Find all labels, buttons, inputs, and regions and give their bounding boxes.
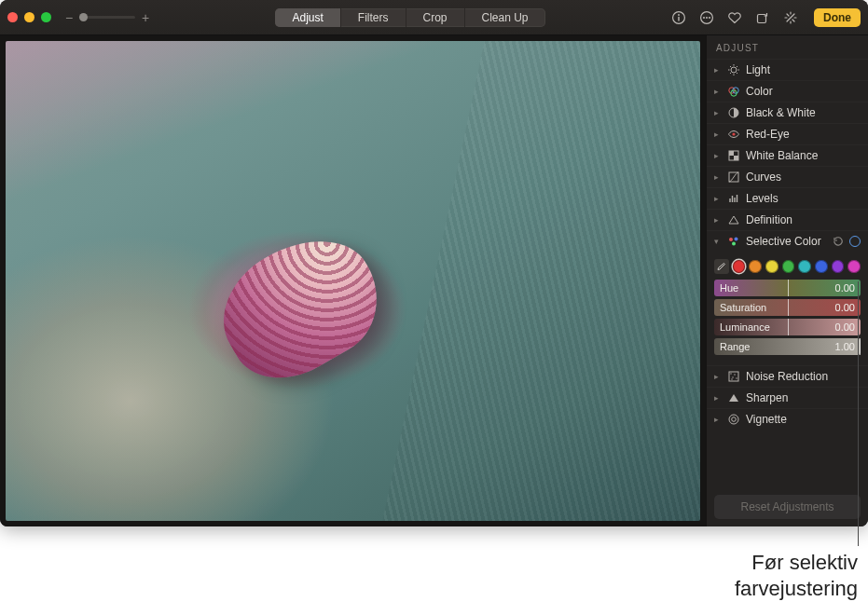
swatch-red[interactable] xyxy=(733,260,746,273)
selective-color-icon xyxy=(727,235,740,248)
svg-point-1 xyxy=(678,14,680,16)
main-area: ADJUST ▸ Light ▸ Color ▸ xyxy=(0,35,868,526)
slider-value: 0.00 xyxy=(835,282,855,294)
zoom-window-button[interactable] xyxy=(41,12,51,22)
section-label: Selective Color xyxy=(746,235,827,248)
saturation-slider[interactable]: Saturation 0.00 xyxy=(714,299,861,316)
callout-line xyxy=(858,281,859,546)
curves-icon xyxy=(727,171,740,184)
selective-color-controls: Hue 0.00 Saturation 0.00 Luminance 0.00 … xyxy=(707,252,868,365)
slider-value: 0.00 xyxy=(835,302,855,313)
chevron-right-icon: ▸ xyxy=(714,65,722,75)
svg-point-19 xyxy=(735,238,738,241)
swatch-magenta[interactable] xyxy=(847,260,861,273)
adjust-section-sharpen[interactable]: ▸ Sharpen xyxy=(707,387,868,408)
svg-point-22 xyxy=(730,373,731,374)
auto-enhance-icon[interactable] xyxy=(782,9,799,26)
tab-adjust[interactable]: Adjust xyxy=(275,8,340,27)
close-window-button[interactable] xyxy=(7,12,18,22)
svg-point-26 xyxy=(731,378,732,379)
tab-filters[interactable]: Filters xyxy=(341,8,406,27)
swatch-orange[interactable] xyxy=(749,260,762,273)
svg-point-23 xyxy=(734,374,735,375)
rotate-icon[interactable] xyxy=(754,9,771,26)
section-label: Color xyxy=(746,85,861,98)
chevron-right-icon: ▸ xyxy=(714,215,722,225)
slider-label: Luminance xyxy=(720,321,835,333)
levels-icon xyxy=(727,192,740,205)
adjust-section-selective-color[interactable]: ▾ Selective Color xyxy=(707,230,868,252)
halfcircle-icon xyxy=(727,106,740,119)
more-icon[interactable] xyxy=(698,9,715,26)
zoom-in-icon: + xyxy=(141,10,150,25)
adjust-section-color[interactable]: ▸ Color xyxy=(707,80,868,102)
toolbar-actions: Done xyxy=(670,8,861,27)
slider-label: Hue xyxy=(720,282,835,294)
edited-photo xyxy=(6,41,700,521)
window-controls xyxy=(7,12,51,22)
slider-value: 0.00 xyxy=(835,321,855,333)
svg-rect-16 xyxy=(734,156,738,160)
info-icon[interactable] xyxy=(670,9,687,26)
adjust-section-definition[interactable]: ▸ Definition xyxy=(707,209,868,230)
edit-mode-tabs: Adjust Filters Crop Clean Up xyxy=(275,8,544,27)
vignette-icon xyxy=(727,413,740,426)
range-slider[interactable]: Range 1.00 xyxy=(714,338,861,355)
chevron-right-icon: ▸ xyxy=(714,108,722,117)
adjust-section-noise[interactable]: ▸ Noise Reduction xyxy=(707,365,868,387)
svg-point-8 xyxy=(731,67,737,73)
adjust-section-whitebalance[interactable]: ▸ White Balance xyxy=(707,144,868,166)
svg-rect-15 xyxy=(729,151,734,156)
adjust-section-bw[interactable]: ▸ Black & White xyxy=(707,102,868,123)
slider-label: Range xyxy=(720,341,835,352)
color-swatches xyxy=(714,259,861,274)
eye-icon xyxy=(727,128,740,141)
whitebalance-icon xyxy=(727,149,740,162)
adjust-section-levels[interactable]: ▸ Levels xyxy=(707,187,868,209)
swatch-blue[interactable] xyxy=(815,260,828,273)
chevron-right-icon: ▸ xyxy=(714,87,722,96)
hue-slider[interactable]: Hue 0.00 xyxy=(714,280,861,296)
reset-section-icon[interactable] xyxy=(833,236,844,247)
svg-point-28 xyxy=(732,417,737,422)
adjust-section-light[interactable]: ▸ Light xyxy=(707,59,868,80)
svg-point-25 xyxy=(736,377,737,378)
zoom-slider[interactable]: − + xyxy=(64,10,150,25)
done-button[interactable]: Done xyxy=(814,8,861,27)
triangle-icon xyxy=(727,213,740,226)
section-label: Black & White xyxy=(746,106,861,119)
reset-adjustments-button[interactable]: Reset Adjustments xyxy=(714,495,861,519)
swatch-purple[interactable] xyxy=(832,260,845,273)
swatch-green[interactable] xyxy=(782,260,795,273)
adjust-section-vignette[interactable]: ▸ Vignette xyxy=(707,408,868,430)
zoom-out-icon: − xyxy=(64,10,74,25)
toggle-section-icon[interactable] xyxy=(849,236,861,247)
chevron-right-icon: ▸ xyxy=(714,194,722,203)
section-label: Curves xyxy=(746,171,861,184)
svg-rect-21 xyxy=(729,372,738,381)
eyedropper-button[interactable] xyxy=(714,259,729,274)
toolbar: − + Adjust Filters Crop Clean Up xyxy=(0,0,868,35)
light-icon xyxy=(727,63,740,76)
color-icon xyxy=(727,85,740,98)
tab-cleanup[interactable]: Clean Up xyxy=(465,8,545,27)
swatch-cyan[interactable] xyxy=(798,260,811,273)
chevron-right-icon: ▸ xyxy=(714,151,722,160)
favorite-icon[interactable] xyxy=(726,9,743,26)
image-canvas[interactable] xyxy=(0,35,706,526)
slider-value: 1.00 xyxy=(835,341,855,352)
luminance-slider[interactable]: Luminance 0.00 xyxy=(714,319,861,335)
adjust-section-redeye[interactable]: ▸ Red-Eye xyxy=(707,123,868,144)
svg-point-24 xyxy=(732,376,733,377)
swatch-yellow[interactable] xyxy=(765,260,778,273)
chevron-right-icon: ▸ xyxy=(714,130,722,139)
chevron-right-icon: ▸ xyxy=(714,172,722,182)
adjust-section-curves[interactable]: ▸ Curves xyxy=(707,166,868,187)
noise-icon xyxy=(727,370,740,383)
svg-point-6 xyxy=(709,17,710,19)
slider-label: Saturation xyxy=(720,302,835,313)
minimize-window-button[interactable] xyxy=(24,12,34,22)
section-label: Vignette xyxy=(746,413,861,426)
chevron-right-icon: ▸ xyxy=(714,415,722,424)
tab-crop[interactable]: Crop xyxy=(406,8,465,27)
